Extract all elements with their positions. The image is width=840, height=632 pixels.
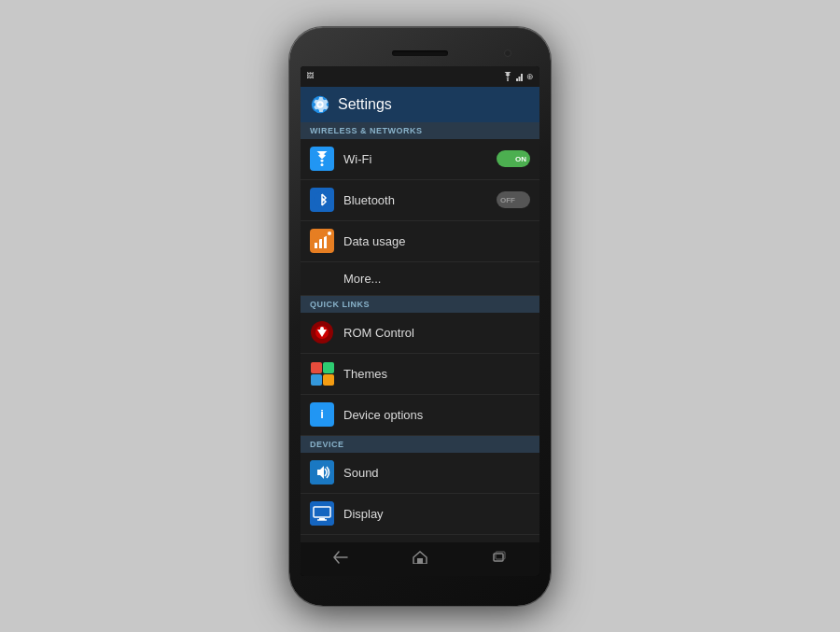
svg-point-0 [507, 79, 509, 81]
data-usage-icon [310, 229, 334, 253]
svg-point-14 [320, 327, 324, 330]
rom-control-icon [310, 320, 334, 344]
settings-gear-icon [310, 94, 330, 115]
svg-rect-10 [324, 235, 327, 248]
screenshot-icon: 🖼 [306, 72, 314, 80]
settings-item-data-usage[interactable]: Data usage [301, 221, 539, 262]
settings-item-more[interactable]: More... [301, 262, 539, 296]
phone-device: 🖼 ⊕ [289, 27, 551, 606]
nav-bar [301, 542, 539, 576]
svg-rect-16 [323, 362, 334, 373]
settings-item-display[interactable]: Display [301, 494, 539, 535]
sound-label: Sound [343, 466, 530, 480]
settings-item-themes[interactable]: Themes [301, 354, 539, 395]
section-header-device: DEVICE [301, 436, 539, 453]
section-header-quick-links: QUICK LINKS [301, 296, 539, 313]
svg-rect-9 [319, 239, 322, 248]
phone-screen: 🖼 ⊕ [301, 66, 539, 576]
svg-rect-3 [521, 74, 523, 81]
front-camera [504, 49, 511, 57]
back-button[interactable] [324, 547, 357, 570]
rom-control-label: ROM Control [343, 326, 530, 340]
svg-point-5 [321, 163, 324, 166]
phone-top-bar [301, 40, 539, 66]
status-bar-left: 🖼 [306, 72, 314, 80]
signal-icon [516, 72, 524, 81]
device-options-label: Device options [343, 408, 530, 422]
themes-icon [310, 361, 334, 386]
battery-icon: ⊕ [526, 72, 534, 81]
section-header-wireless: WIRELESS & NETWORKS [301, 122, 539, 139]
svg-rect-26 [417, 558, 423, 564]
svg-point-11 [328, 232, 331, 235]
display-icon [310, 501, 334, 526]
device-options-icon: i [310, 402, 334, 427]
settings-item-wifi[interactable]: Wi-Fi ON [301, 139, 539, 180]
svg-rect-18 [323, 374, 334, 386]
svg-rect-2 [519, 77, 521, 81]
svg-rect-8 [315, 243, 317, 248]
data-usage-label: Data usage [343, 234, 530, 248]
bluetooth-toggle[interactable]: OFF [497, 191, 530, 208]
settings-item-sound[interactable]: Sound [301, 453, 539, 494]
settings-list[interactable]: WIRELESS & NETWORKS Wi-Fi ON [301, 122, 539, 542]
settings-title: Settings [338, 96, 392, 113]
wifi-icon [310, 147, 334, 171]
recents-button[interactable] [483, 547, 516, 570]
svg-text:i: i [320, 407, 324, 421]
wifi-toggle[interactable]: ON [497, 150, 530, 167]
home-button[interactable] [403, 547, 437, 570]
display-label: Display [343, 507, 530, 521]
wifi-label: Wi-Fi [343, 152, 487, 166]
settings-item-bluetooth[interactable]: Bluetooth OFF [301, 180, 539, 221]
svg-rect-15 [311, 362, 322, 373]
phone-bottom-bar [301, 576, 539, 593]
speaker-grill [392, 50, 448, 56]
settings-header: Settings [301, 87, 539, 122]
svg-rect-1 [516, 78, 518, 81]
settings-item-rom-control[interactable]: ROM Control [301, 313, 539, 354]
status-bar-right: ⊕ [502, 72, 534, 81]
bluetooth-label: Bluetooth [343, 193, 487, 207]
themes-label: Themes [343, 367, 530, 381]
sound-icon [310, 460, 334, 485]
svg-rect-17 [311, 374, 322, 386]
settings-item-device-options[interactable]: i Device options [301, 395, 539, 436]
bluetooth-icon [310, 188, 334, 212]
wifi-status-icon [502, 72, 513, 81]
status-bar: 🖼 ⊕ [301, 66, 539, 87]
